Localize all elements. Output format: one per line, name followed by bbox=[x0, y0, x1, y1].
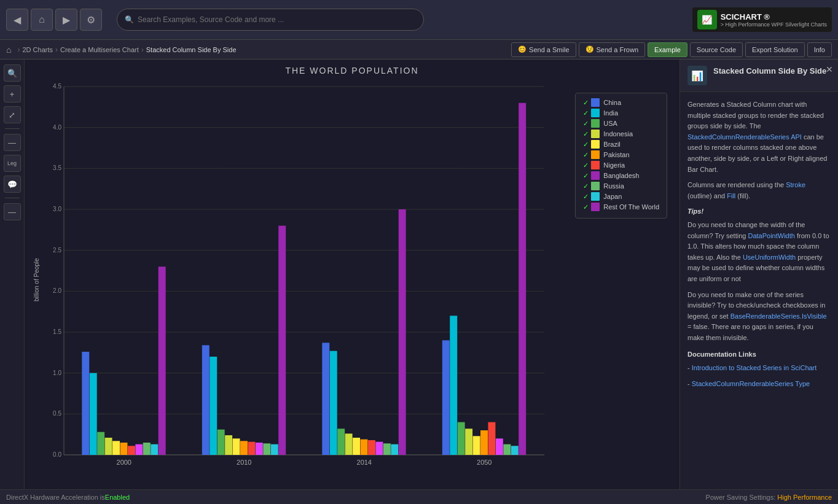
data-point-width-link[interactable]: DataPointWidth bbox=[748, 232, 794, 239]
chart-title: THE WORLD POPULATION bbox=[31, 66, 673, 76]
legend-check: ✓ bbox=[583, 193, 589, 201]
info-close-button[interactable]: ✕ bbox=[826, 64, 833, 74]
legend-check: ✓ bbox=[583, 120, 589, 128]
status-left-1: DirectX Hardware Acceleration is bbox=[6, 494, 105, 501]
legend-label: Russia bbox=[603, 182, 624, 190]
legend-label: India bbox=[603, 109, 618, 117]
pan-tool[interactable]: + bbox=[4, 85, 21, 103]
legend-swatch bbox=[591, 182, 600, 190]
smile-icon: 😊 bbox=[518, 45, 527, 53]
use-uniform-link[interactable]: UseUniformWidth bbox=[743, 254, 796, 261]
legend-item[interactable]: ✓Pakistan bbox=[583, 150, 659, 159]
home-button[interactable]: ⌂ bbox=[31, 9, 53, 31]
legend-item[interactable]: ✓Brazil bbox=[583, 140, 659, 149]
legend-swatch bbox=[591, 130, 600, 138]
forward-button[interactable]: ▶ bbox=[55, 9, 77, 31]
info-panel: 📊 Stacked Column Side By Side ✕ Generate… bbox=[679, 60, 838, 489]
tip-2: Do you need to make one of the series in… bbox=[687, 290, 831, 344]
legend-label: Japan bbox=[603, 193, 622, 200]
breadcrumb-multiseries[interactable]: Create a Multiseries Chart bbox=[60, 46, 139, 53]
send-smile-button[interactable]: 😊 Send a Smile bbox=[511, 42, 576, 57]
legend-label: Rest Of The World bbox=[603, 203, 659, 211]
legend-item[interactable]: ✓Japan bbox=[583, 192, 659, 201]
legend-label: Nigeria bbox=[603, 161, 625, 169]
status-enabled: Enabled bbox=[105, 494, 130, 501]
legend-tool[interactable]: Leg bbox=[4, 155, 21, 172]
legend-label: USA bbox=[603, 120, 617, 127]
breadcrumb-home-icon[interactable]: ⌂ bbox=[6, 45, 11, 55]
legend-check: ✓ bbox=[583, 161, 589, 169]
info-desc-2: Columns are rendered using the Stroke (o… bbox=[687, 180, 831, 201]
search-input[interactable] bbox=[138, 15, 416, 24]
chart-inner[interactable]: ✓China✓India✓USA✓Indonesia✓Brazil✓Pakist… bbox=[42, 80, 673, 479]
fill-link[interactable]: Fill bbox=[727, 192, 735, 200]
doc-title: Documentation Links bbox=[687, 349, 831, 360]
settings-button[interactable]: ⚙ bbox=[80, 9, 102, 31]
doc-link-1[interactable]: Introduction to Stacked Series in SciCha… bbox=[692, 364, 817, 371]
legend-item[interactable]: ✓Nigeria bbox=[583, 161, 659, 169]
legend-check: ✓ bbox=[583, 203, 589, 211]
legend-swatch bbox=[591, 192, 600, 201]
breadcrumb-2d-charts[interactable]: 2D Charts bbox=[22, 46, 53, 53]
legend-swatch bbox=[591, 161, 600, 169]
send-frown-button[interactable]: 😟 Send a Frown bbox=[579, 42, 645, 57]
status-right: Power Saving Settings: High Performance bbox=[706, 494, 832, 501]
info-desc-1: Generates a Stacked Column chart with mu… bbox=[687, 99, 831, 175]
breadcrumb-sep-1: › bbox=[17, 45, 20, 54]
example-button[interactable]: Example bbox=[648, 42, 687, 57]
main-content: 🔍 + ⤢ — Leg 💬 — THE WORLD POPULATION bil… bbox=[0, 60, 838, 489]
info-button[interactable]: Info bbox=[807, 42, 832, 57]
legend-label: Pakistan bbox=[603, 151, 629, 158]
toolbar-sep-2 bbox=[5, 198, 20, 198]
api-link[interactable]: StackedColumnRenderableSeries API bbox=[687, 133, 802, 141]
info-body: Generates a Stacked Column chart with mu… bbox=[680, 92, 838, 401]
chart-toolbar: 🔍 + ⤢ — Leg 💬 — bbox=[0, 60, 25, 489]
legend-item[interactable]: ✓India bbox=[583, 109, 659, 117]
extra-tool[interactable]: — bbox=[4, 203, 21, 220]
search-icon: 🔍 bbox=[125, 15, 134, 24]
status-bar: DirectX Hardware Acceleration is Enabled… bbox=[0, 489, 838, 504]
legend-item[interactable]: ✓USA bbox=[583, 119, 659, 128]
back-button[interactable]: ◀ bbox=[6, 9, 28, 31]
logo-text: SCICHART bbox=[721, 12, 762, 21]
stroke-link[interactable]: Stroke bbox=[786, 181, 805, 188]
legend-check: ✓ bbox=[583, 130, 589, 138]
y-axis-label: billion of People bbox=[31, 80, 42, 479]
chart-container: billion of People ✓China✓India✓USA✓Indon… bbox=[31, 80, 673, 479]
legend-swatch bbox=[591, 98, 600, 107]
chart-legend: ✓China✓India✓USA✓Indonesia✓Brazil✓Pakist… bbox=[575, 93, 667, 219]
export-solution-button[interactable]: Export Solution bbox=[745, 42, 805, 57]
legend-check: ✓ bbox=[583, 182, 589, 190]
search-bar: 🔍 bbox=[117, 9, 424, 31]
doc-link-2-container: - StackedColumnRenderableSeries Type bbox=[687, 379, 831, 390]
legend-swatch bbox=[591, 140, 600, 149]
source-code-button[interactable]: Source Code bbox=[690, 42, 743, 57]
zoom-tool[interactable]: 🔍 bbox=[4, 64, 21, 82]
legend-check: ✓ bbox=[583, 172, 589, 180]
breadcrumb-current: Stacked Column Side By Side bbox=[146, 46, 237, 53]
legend-check: ✓ bbox=[583, 109, 589, 117]
tip-title: Tips! bbox=[687, 206, 831, 217]
logo-sub: > High Performance WPF Silverlight Chart… bbox=[721, 21, 827, 28]
legend-label: Bangladesh bbox=[603, 172, 639, 179]
fit-tool[interactable]: ⤢ bbox=[4, 106, 21, 123]
legend-item[interactable]: ✓Russia bbox=[583, 182, 659, 190]
legend-item[interactable]: ✓Rest Of The World bbox=[583, 203, 659, 211]
legend-item[interactable]: ✓Indonesia bbox=[583, 130, 659, 138]
tip-1: Do you need to change the width of the c… bbox=[687, 220, 831, 285]
legend-swatch bbox=[591, 109, 600, 117]
info-header: 📊 Stacked Column Side By Side ✕ bbox=[680, 60, 838, 92]
legend-swatch bbox=[591, 150, 600, 159]
info-panel-icon: 📊 bbox=[687, 66, 707, 85]
breadcrumb-sep-3: › bbox=[141, 45, 144, 54]
tooltip-tool[interactable]: 💬 bbox=[4, 176, 21, 193]
doc-link-2[interactable]: StackedColumnRenderableSeries Type bbox=[692, 380, 810, 387]
base-renderable-link[interactable]: BaseRenderableSeries.IsVisible bbox=[730, 312, 827, 320]
zoom-out-tool[interactable]: — bbox=[4, 134, 21, 151]
legend-check: ✓ bbox=[583, 151, 589, 159]
legend-label: Indonesia bbox=[603, 130, 633, 138]
legend-check: ✓ bbox=[583, 99, 589, 107]
info-panel-title: Stacked Column Side By Side bbox=[713, 66, 826, 77]
legend-item[interactable]: ✓Bangladesh bbox=[583, 171, 659, 180]
legend-item[interactable]: ✓China bbox=[583, 98, 659, 107]
